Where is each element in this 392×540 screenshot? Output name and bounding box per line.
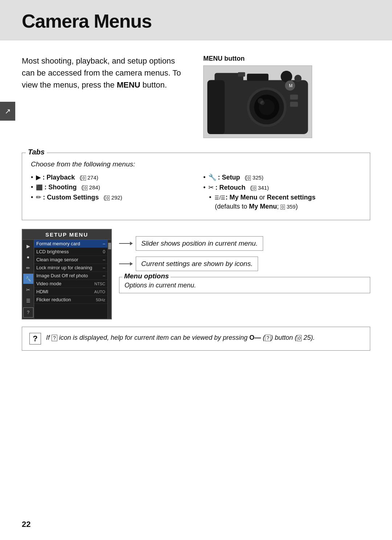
list-item: • ✏: Custom Settings (0 292) (31, 193, 189, 201)
custom-ref: (0 292) (103, 194, 122, 201)
intro-image-area: MENU button (203, 55, 319, 138)
menu-row-value: AUTO (92, 290, 105, 294)
menu-row: LCD brightness 0 (34, 248, 107, 256)
menu-row-label: Format memory card (36, 241, 80, 246)
menu-row-value: – (92, 265, 105, 270)
svg-point-9 (294, 75, 302, 82)
menu-row-label: LCD brightness (36, 249, 69, 254)
menu-row: HDMI AUTO (34, 288, 107, 296)
shooting-icon: ⬛ (36, 184, 43, 191)
menu-icon-setup: 🔧 (23, 274, 33, 284)
mymenu-default: My Menu (249, 203, 277, 210)
setup-label: : Setup (218, 174, 240, 181)
menu-row: Format memory card – (34, 240, 107, 248)
help-icon: ? (29, 333, 41, 344)
tabs-label: Tabs (26, 148, 47, 156)
menu-row-label: Clean image sensor (36, 257, 78, 262)
svg-rect-14 (290, 94, 298, 100)
mymenu-ref: 0 359 (281, 203, 295, 210)
arrow-line-1 (119, 243, 130, 244)
tabs-inner: Choose from the following menus: • ▶: Pl… (22, 153, 370, 220)
tabs-col-right: • 🔧: Setup (0 325) • ✂: Retouch (0 341) … (203, 173, 361, 213)
menu-icon-mymenu: ☰ (23, 295, 33, 306)
retouch-icon: ✂ (208, 184, 214, 192)
svg-point-16 (258, 98, 264, 104)
menu-options-section: Menu options Options in current menu. (119, 277, 370, 293)
slider-annotation: Slider shows position in current menu. (136, 236, 263, 251)
menu-row: Flicker reduction 50Hz (34, 296, 107, 304)
list-item: • ✂: Retouch (0 341) (203, 184, 361, 192)
key-symbol: O— (249, 334, 261, 341)
svg-rect-15 (290, 102, 298, 107)
current-settings-text: Current settings are shown by icons. (141, 260, 253, 267)
list-item: • ▶: Playback (0 274) (31, 173, 189, 181)
custom-icon: ✏ (36, 193, 41, 201)
setup-icon: 🔧 (208, 173, 216, 181)
retouch-ref: (0 341) (250, 185, 269, 191)
menu-rows: Format memory card – LCD brightness 0 Cl… (34, 240, 107, 319)
help-icon-inline: ? (52, 335, 57, 341)
retouch-label: : Retouch (215, 184, 245, 192)
page-title: Camera Menus (22, 10, 370, 32)
current-settings-annotation: Current settings are shown by icons. (136, 257, 258, 271)
menu-screen-wrapper: SETUP MENU ▶ ● ✏ 🔧 ✂ ☰ ? (22, 229, 112, 319)
help-section: ? If ? icon is displayed, help for curre… (22, 327, 370, 351)
arrow-head-1 (130, 242, 133, 245)
menu-body: ▶ ● ✏ 🔧 ✂ ☰ ? Format memory card – (23, 240, 111, 319)
main-content: Most shooting, playback, and setup optio… (0, 40, 392, 365)
diagram-area: SETUP MENU ▶ ● ✏ 🔧 ✂ ☰ ? (22, 229, 370, 319)
slider-annotation-text: Slider shows position in current menu. (141, 239, 258, 247)
menu-row-label: Video mode (36, 281, 61, 286)
list-item: • 🔧: Setup (0 325) (203, 173, 361, 181)
svg-rect-11 (238, 72, 245, 77)
menu-icon-shooting: ● (23, 252, 33, 262)
slider-bar (107, 240, 111, 319)
menu-row-value: – (92, 257, 105, 262)
page-number: 22 (22, 520, 30, 529)
bullet-icon: • (31, 184, 33, 191)
bullet-icon: • (209, 194, 211, 201)
list-item: • ⬛: Shooting (0 284) (31, 184, 189, 191)
menu-icon-custom: ✏ (23, 263, 33, 273)
menu-row-value: 0 (92, 249, 105, 254)
menu-title-bar: SETUP MENU (23, 230, 111, 240)
arrow-line-2 (119, 263, 130, 264)
menu-icon-retouch: ✂ (23, 285, 33, 295)
menu-row-label: HDMI (36, 289, 48, 294)
recentsettings-label: Recent settings (267, 194, 315, 201)
list-item: • ☰/☰: My Menu or Recent settings (defau… (203, 194, 361, 210)
menu-row: Clean image sensor – (34, 256, 107, 264)
mymenu-icon: ☰/☰ (215, 195, 225, 201)
menu-row: Video mode NTSC (34, 280, 107, 288)
svg-rect-10 (247, 74, 268, 81)
slider-thumb (108, 243, 111, 249)
tabs-col-left: • ▶: Playback (0 274) • ⬛: Shooting (0 2… (31, 173, 189, 213)
bullet-icon: • (203, 174, 205, 181)
menu-row-label: Image Dust Off ref photo (36, 273, 88, 278)
menu-row-label: Lock mirror up for cleaning (36, 265, 92, 270)
annotations-column: Slider shows position in current menu. C… (112, 229, 370, 293)
playback-icon: ▶ (36, 173, 41, 181)
mymenu-label: : My Menu (225, 194, 257, 201)
help-ref-box: 0 (297, 335, 302, 341)
svg-rect-2 (207, 80, 225, 134)
menu-icons-col: ▶ ● ✏ 🔧 ✂ ☰ ? (23, 240, 34, 319)
menu-row: Lock mirror up for cleaning – (34, 264, 107, 272)
tabs-columns: • ▶: Playback (0 274) • ⬛: Shooting (0 2… (31, 173, 361, 213)
menu-row-value: – (92, 241, 105, 246)
setup-ref: (0 325) (245, 174, 263, 181)
menu-row-value: NTSC (92, 282, 105, 286)
help-icon-col: ? (29, 333, 41, 344)
page: Camera Menus ↗ Most shooting, playback, … (0, 0, 392, 540)
menu-keyword: MENU (117, 80, 140, 89)
menu-row: Image Dust Off ref photo – (34, 272, 107, 280)
arrow-head-2 (130, 262, 133, 266)
intro-section: Most shooting, playback, and setup optio… (22, 55, 370, 138)
bullet-icon: • (203, 184, 205, 192)
menu-row-value: – (92, 273, 105, 278)
help-paren-icon: ? (265, 335, 271, 341)
menu-row-label: Flicker reduction (36, 297, 71, 302)
shooting-ref: (0 284) (81, 184, 100, 190)
menu-icon-playback: ▶ (23, 241, 33, 251)
title-bar: Camera Menus (0, 0, 392, 40)
